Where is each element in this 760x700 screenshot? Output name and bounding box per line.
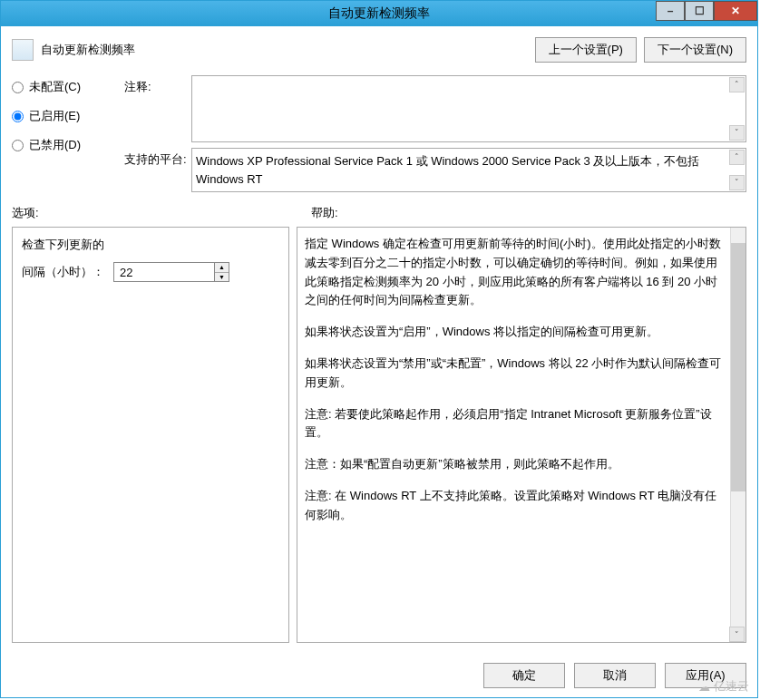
interval-label: 间隔（小时）： bbox=[22, 264, 104, 280]
scroll-down-icon[interactable]: ˅ bbox=[729, 627, 745, 642]
header-row: 自动更新检测频率 上一个设置(P) 下一个设置(N) bbox=[12, 37, 746, 63]
help-paragraph: 注意: 若要使此策略起作用，必须启用“指定 Intranet Microsoft… bbox=[305, 405, 726, 443]
dialog-content: 自动更新检测频率 上一个设置(P) 下一个设置(N) 未配置(C) 已启用(E) bbox=[1, 26, 757, 650]
help-paragraph: 注意：如果“配置自动更新”策略被禁用，则此策略不起作用。 bbox=[305, 455, 726, 474]
help-paragraph: 如果将状态设置为“禁用”或“未配置”，Windows 将以 22 小时作为默认间… bbox=[305, 355, 726, 393]
radio-not-configured-input[interactable] bbox=[12, 82, 24, 93]
maximize-button[interactable]: ☐ bbox=[685, 1, 714, 21]
radio-disabled-label: 已禁用(D) bbox=[29, 137, 81, 153]
options-panel: 检查下列更新的 间隔（小时）： ▲ ▼ bbox=[12, 227, 289, 643]
radio-not-configured-label: 未配置(C) bbox=[29, 79, 81, 95]
policy-icon bbox=[12, 39, 34, 61]
radio-enabled[interactable]: 已启用(E) bbox=[12, 108, 121, 124]
interval-input[interactable] bbox=[114, 263, 214, 281]
close-button[interactable]: ✕ bbox=[714, 1, 757, 21]
apply-button[interactable]: 应用(A) bbox=[665, 663, 746, 688]
dialog-footer: 确定 取消 应用(A) bbox=[1, 650, 757, 697]
app-icon bbox=[6, 6, 21, 21]
radio-enabled-input[interactable] bbox=[12, 111, 24, 122]
titlebar: 自动更新检测频率 – ☐ ✕ bbox=[1, 1, 757, 26]
section-labels: 选项: 帮助: bbox=[12, 205, 746, 221]
nav-buttons: 上一个设置(P) 下一个设置(N) bbox=[535, 37, 746, 63]
scroll-down-icon[interactable]: ˅ bbox=[729, 175, 745, 190]
next-setting-button[interactable]: 下一个设置(N) bbox=[644, 37, 746, 63]
lower-row: 检查下列更新的 间隔（小时）： ▲ ▼ 指定 Windows 确定在检查可用更新… bbox=[12, 227, 746, 643]
ok-button[interactable]: 确定 bbox=[483, 663, 565, 688]
radio-not-configured[interactable]: 未配置(C) bbox=[12, 79, 121, 95]
help-text: 指定 Windows 确定在检查可用更新前等待的时间(小时)。使用此处指定的小时… bbox=[305, 235, 726, 525]
options-label: 选项: bbox=[12, 205, 311, 221]
supported-label: 支持的平台: bbox=[124, 148, 188, 168]
help-label: 帮助: bbox=[311, 205, 338, 221]
help-paragraph: 如果将状态设置为“启用”，Windows 将以指定的间隔检查可用更新。 bbox=[305, 323, 726, 342]
comment-label: 注释: bbox=[124, 75, 188, 95]
help-panel: 指定 Windows 确定在检查可用更新前等待的时间(小时)。使用此处指定的小时… bbox=[297, 227, 746, 643]
minimize-button[interactable]: – bbox=[656, 1, 685, 21]
config-grid: 未配置(C) 已启用(E) 已禁用(D) 注释: ˄ ˅ 支持的平台: Wi bbox=[12, 75, 746, 192]
supported-textarea: Windows XP Professional Service Pack 1 或… bbox=[191, 148, 746, 192]
scroll-up-icon[interactable]: ˄ bbox=[729, 77, 745, 92]
spinner-up-icon[interactable]: ▲ bbox=[215, 263, 229, 273]
help-paragraph: 注意: 在 Windows RT 上不支持此策略。设置此策略对 Windows … bbox=[305, 487, 726, 525]
comment-textarea[interactable]: ˄ ˅ bbox=[191, 75, 746, 142]
radio-disabled-input[interactable] bbox=[12, 140, 24, 151]
supported-text: Windows XP Professional Service Pack 1 或… bbox=[196, 154, 699, 186]
spinner-buttons: ▲ ▼ bbox=[214, 263, 229, 281]
window-title: 自动更新检测频率 bbox=[328, 5, 430, 22]
previous-setting-button[interactable]: 上一个设置(P) bbox=[535, 37, 637, 63]
help-scrollbar[interactable]: ˅ bbox=[730, 228, 745, 642]
window-controls: – ☐ ✕ bbox=[656, 1, 757, 21]
interval-row: 间隔（小时）： ▲ ▼ bbox=[22, 262, 279, 282]
header-left: 自动更新检测频率 bbox=[12, 39, 135, 61]
scroll-down-icon[interactable]: ˅ bbox=[729, 125, 745, 141]
radio-enabled-label: 已启用(E) bbox=[29, 108, 80, 124]
interval-spinner[interactable]: ▲ ▼ bbox=[113, 262, 229, 282]
scroll-thumb[interactable] bbox=[731, 243, 745, 491]
state-radio-group: 未配置(C) 已启用(E) 已禁用(D) bbox=[12, 75, 121, 153]
help-paragraph: 指定 Windows 确定在检查可用更新前等待的时间(小时)。使用此处指定的小时… bbox=[305, 235, 726, 310]
check-updates-label: 检查下列更新的 bbox=[22, 237, 279, 253]
spinner-down-icon[interactable]: ▼ bbox=[215, 273, 229, 282]
policy-title: 自动更新检测频率 bbox=[41, 42, 135, 58]
radio-disabled[interactable]: 已禁用(D) bbox=[12, 137, 121, 153]
cancel-button[interactable]: 取消 bbox=[574, 663, 656, 688]
scroll-up-icon[interactable]: ˄ bbox=[729, 150, 745, 165]
policy-dialog-window: 自动更新检测频率 – ☐ ✕ 自动更新检测频率 上一个设置(P) 下一个设置(N… bbox=[0, 0, 758, 698]
